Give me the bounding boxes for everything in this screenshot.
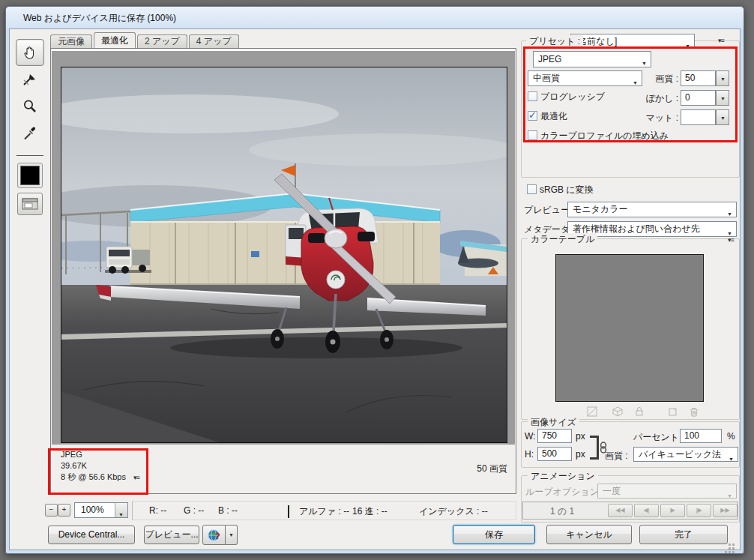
convert-srgb-label: sRGB に変換 bbox=[540, 184, 594, 196]
zoom-tool-icon[interactable] bbox=[21, 97, 39, 116]
animation-title: アニメーション bbox=[528, 470, 598, 483]
lock-color-icon[interactable] bbox=[634, 406, 645, 417]
save-for-web-dialog: Web およびデバイス用に保存 (100%) bbox=[5, 6, 744, 554]
optimized-label: 最適化 bbox=[540, 110, 567, 123]
embed-color-profile-label: カラープロファイルの埋め込み bbox=[540, 130, 669, 142]
link-dimensions-bracket bbox=[590, 436, 599, 460]
hand-tool-button[interactable] bbox=[16, 39, 44, 66]
resample-quality-label: 画質 : bbox=[605, 450, 628, 463]
zoom-in-button[interactable]: + bbox=[58, 504, 70, 517]
percent-field[interactable]: 100 bbox=[680, 429, 722, 443]
chevron-down-icon[interactable] bbox=[115, 503, 127, 517]
preset-select[interactable]: [名前なし] bbox=[570, 34, 695, 49]
convert-srgb-checkbox[interactable] bbox=[527, 184, 537, 194]
slices-icon bbox=[21, 196, 39, 211]
play-button[interactable]: ▶ bbox=[660, 504, 685, 517]
percent-unit: % bbox=[727, 431, 735, 442]
resize-grip[interactable] bbox=[725, 536, 735, 547]
animation-playback-bar: 1 の 1 ◀◀ ◀| ▶ |▶ ▶▶ bbox=[522, 502, 738, 520]
zoom-level-value: 100% bbox=[81, 505, 104, 515]
cancel-button[interactable]: キャンセル bbox=[546, 525, 632, 544]
zoom-out-button[interactable]: − bbox=[45, 504, 58, 517]
toggle-slices-visibility-button[interactable] bbox=[17, 193, 43, 215]
map-transparency-icon[interactable] bbox=[587, 406, 597, 417]
readout-r: R: -- bbox=[149, 505, 166, 516]
first-frame-button[interactable]: ◀◀ bbox=[608, 504, 633, 517]
color-table-swatch-area[interactable] bbox=[555, 254, 704, 402]
width-field[interactable]: 750 bbox=[537, 429, 572, 443]
preview-select[interactable]: モニタカラー bbox=[567, 202, 737, 217]
eyedropper-color-button[interactable] bbox=[17, 163, 43, 188]
optimize-download-time: 8 秒 @ 56.6 Kbps bbox=[61, 472, 139, 484]
preset-label: プリセット : bbox=[526, 35, 583, 48]
optimize-filesize: 39.67K bbox=[61, 460, 139, 472]
readout-index: インデックス : -- bbox=[419, 505, 488, 518]
width-unit: px bbox=[576, 431, 585, 442]
progressive-checkbox[interactable] bbox=[528, 91, 537, 101]
blur-label: ぼかし : bbox=[642, 92, 678, 105]
zoom-level-select[interactable]: 100% bbox=[74, 502, 128, 518]
toolbar-divider bbox=[16, 155, 43, 156]
optimized-preview-image[interactable] bbox=[61, 67, 507, 443]
tab-original[interactable]: 元画像 bbox=[50, 34, 92, 48]
matte-value-field[interactable] bbox=[681, 109, 716, 125]
image-size-title: 画像サイズ bbox=[528, 416, 579, 429]
readout-alpha: アルファ : -- bbox=[299, 505, 349, 518]
resample-quality-select[interactable]: バイキュービック法 bbox=[633, 447, 738, 462]
browser-preview-dropdown-arrow[interactable] bbox=[226, 525, 238, 545]
preview-panel: JPEG 39.67K 8 秒 @ 56.6 Kbps 50 画質 bbox=[50, 48, 516, 494]
format-select[interactable]: JPEG bbox=[533, 51, 651, 67]
quality-label: 画質 : bbox=[642, 73, 678, 85]
blur-value-field[interactable]: 0 bbox=[681, 90, 716, 106]
optimize-info: JPEG 39.67K 8 秒 @ 56.6 Kbps bbox=[61, 449, 139, 484]
matte-dropdown-button[interactable] bbox=[716, 109, 729, 125]
loop-options-label: ループオプション : bbox=[525, 486, 604, 499]
readout-hex: 16 進 : -- bbox=[352, 505, 387, 518]
last-frame-button[interactable]: ▶▶ bbox=[713, 504, 738, 517]
preview-in-browser-button[interactable]: プレビュー... bbox=[144, 526, 199, 544]
tab-2up[interactable]: 2 アップ bbox=[137, 34, 187, 48]
optimized-checkbox[interactable] bbox=[528, 111, 537, 121]
device-central-button[interactable]: Device Central... bbox=[48, 526, 135, 544]
save-button[interactable]: 保存 bbox=[453, 525, 535, 544]
next-frame-button[interactable]: |▶ bbox=[687, 504, 711, 517]
eyedropper-tool-icon[interactable] bbox=[21, 124, 39, 143]
readout-g: G : -- bbox=[184, 505, 204, 516]
download-speed-menu-icon[interactable] bbox=[133, 472, 139, 484]
preview-tabs: 元画像 最適化 2 アップ 4 アップ bbox=[50, 33, 241, 48]
color-table-title: カラーテーブル bbox=[528, 233, 597, 246]
compression-quality-select[interactable]: 中画質 bbox=[528, 70, 642, 86]
optimize-format: JPEG bbox=[61, 449, 139, 460]
preset-menu-icon[interactable] bbox=[718, 37, 724, 44]
settings-panel: プリセット : [名前なし] JPEG 中画質 画質 : 50 プログレッシブ … bbox=[521, 34, 743, 521]
previous-frame-button[interactable]: ◀| bbox=[634, 504, 659, 517]
quality-value-field[interactable]: 50 bbox=[681, 70, 716, 86]
browser-preview-split-button[interactable]: ? bbox=[202, 525, 226, 545]
slice-select-tool-icon[interactable] bbox=[21, 70, 39, 89]
blur-slider-button[interactable] bbox=[716, 90, 729, 106]
tab-optimized[interactable]: 最適化 bbox=[94, 32, 136, 48]
color-readout-strip: R: -- G : -- B : -- アルファ : -- 16 進 : -- … bbox=[132, 501, 516, 520]
readout-b: B : -- bbox=[218, 505, 238, 516]
hand-icon bbox=[22, 44, 38, 61]
quality-readout: 50 画質 bbox=[477, 463, 507, 475]
matte-label: マット : bbox=[642, 112, 678, 124]
loop-options-select: 一度 bbox=[597, 484, 737, 499]
preview-canvas[interactable] bbox=[52, 49, 515, 445]
delete-color-icon[interactable] bbox=[689, 406, 699, 417]
dialog-title: Web およびデバイス用に保存 (100%) bbox=[23, 12, 176, 25]
tab-4up[interactable]: 4 アップ bbox=[189, 34, 239, 48]
tool-palette bbox=[15, 34, 46, 259]
preview-info-row: JPEG 39.67K 8 秒 @ 56.6 Kbps 50 画質 bbox=[52, 445, 515, 493]
embed-color-profile-checkbox[interactable] bbox=[528, 130, 537, 140]
dialog-titlebar[interactable]: Web およびデバイス用に保存 (100%) bbox=[6, 7, 744, 28]
new-color-icon[interactable] bbox=[668, 406, 678, 417]
quality-slider-button[interactable] bbox=[716, 70, 729, 86]
svg-text:?: ? bbox=[214, 532, 220, 541]
web-shift-cube-icon[interactable] bbox=[612, 406, 623, 417]
height-field[interactable]: 500 bbox=[537, 447, 572, 461]
done-button[interactable]: 完了 bbox=[639, 525, 728, 544]
dialog-content: 元画像 最適化 2 アップ 4 アップ bbox=[9, 28, 741, 550]
height-label: H: bbox=[525, 449, 534, 460]
color-table-menu-icon[interactable] bbox=[728, 236, 734, 244]
